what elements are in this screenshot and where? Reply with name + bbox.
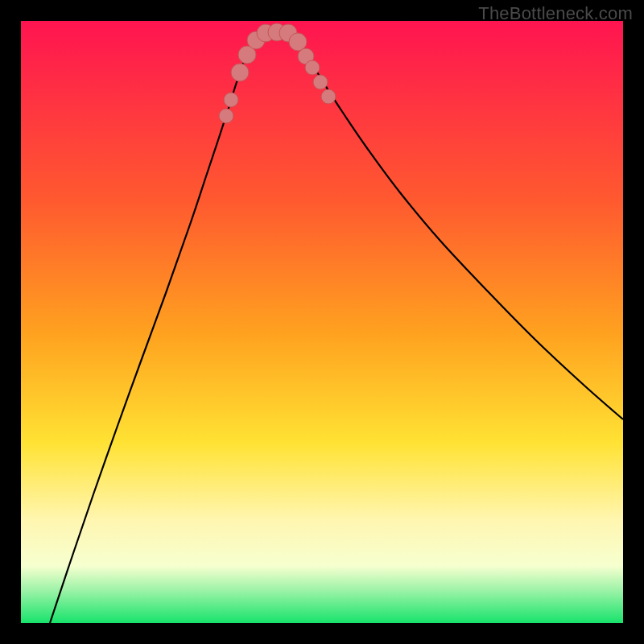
data-marker xyxy=(305,60,320,75)
plot-area xyxy=(21,21,623,623)
data-marker xyxy=(224,93,238,107)
chart-frame: TheBottleneck.com xyxy=(0,0,644,644)
data-marker xyxy=(219,109,233,123)
data-marker xyxy=(313,75,328,89)
data-marker xyxy=(231,64,249,81)
watermark-text: TheBottleneck.com xyxy=(478,3,633,24)
data-marker xyxy=(289,33,307,51)
data-marker xyxy=(321,89,336,104)
right-curve xyxy=(288,34,623,419)
curve-layer xyxy=(21,21,623,623)
